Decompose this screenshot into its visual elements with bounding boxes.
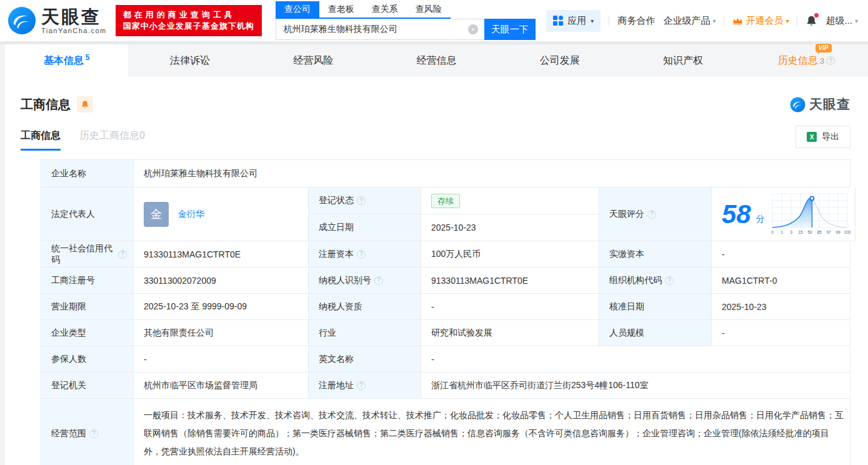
nav-divider — [797, 16, 797, 26]
tab-history-info[interactable]: VIP 历史信息 3 ? — [745, 44, 868, 77]
field-label-staff-size: 人员规模 — [599, 320, 712, 346]
tab-label: 公司发展 — [540, 54, 580, 68]
notification-bell-icon[interactable] — [806, 15, 817, 27]
field-value-business-term: 2025-10-23 至 9999-09-09 — [134, 294, 309, 320]
tab-label: 经营信息 — [416, 54, 456, 68]
help-icon[interactable]: ? — [357, 196, 366, 205]
tab-operating-info[interactable]: 经营信息 — [375, 44, 498, 77]
score-distribution-chart: 0 1 3 15 50 85 97 99 100 — [770, 192, 852, 236]
nav-super-vip[interactable]: 超级... ▾ — [826, 15, 858, 27]
chevron-down-icon: ▾ — [712, 18, 716, 24]
search-input[interactable] — [276, 19, 484, 40]
help-icon[interactable]: ? — [826, 56, 835, 65]
chevron-down-icon: ▾ — [591, 18, 594, 24]
field-label-registration-authority: 登记机关 — [41, 372, 134, 399]
field-label-company-type: 企业类型 — [41, 320, 134, 346]
field-label-org-code: 组织机构代码 ? — [599, 268, 712, 294]
field-label-taxpayer-id: 纳税人识别号 ? — [309, 268, 421, 294]
field-value-registration-status: 存续 — [421, 188, 599, 214]
nav-enterprise-products[interactable]: 企业级产品 ▾ — [663, 15, 716, 27]
table-row: 企业类型 其他有限责任公司 行业 研究和试验发展 人员规模 - — [41, 320, 851, 346]
promo-banner: 都在用的商业查询工具 国家中小企业发展子基金旗下机构 — [116, 5, 262, 36]
field-value-company-type: 其他有限责任公司 — [134, 320, 309, 346]
search-area: 查公司 查老板 查关系 查风险 × 天眼一下 — [276, 1, 536, 40]
tianyancha-watermark: 天眼查 — [790, 96, 851, 113]
svg-text:3: 3 — [790, 230, 792, 234]
subtab-history-business-info[interactable]: 历史工商信息0 — [79, 129, 145, 151]
tianyancha-logo[interactable]: 天眼查 TianYanCha.com — [7, 6, 107, 35]
field-value-company-name: 杭州珀莱雅生物科技有限公司 — [134, 160, 851, 188]
watermark-text: 天眼查 — [809, 96, 851, 113]
tab-legal-litigation[interactable]: 法律诉讼 — [128, 44, 251, 77]
apps-menu[interactable]: 应用 ▾ — [546, 10, 601, 32]
field-label-industry: 行业 — [309, 320, 421, 346]
table-row: 企业名称 杭州珀莱雅生物科技有限公司 — [41, 160, 851, 188]
field-value-english-name: - — [421, 346, 851, 372]
tab-label: 基本信息 — [44, 54, 84, 68]
field-label-tianyan-score: 天眼评分 ? — [599, 188, 712, 241]
subtab-row: 工商信息 历史工商信息0 X 导出 — [21, 126, 851, 151]
page-title: 工商信息 — [21, 96, 71, 113]
svg-text:100: 100 — [844, 230, 851, 234]
tab-count: 5 — [86, 53, 90, 62]
search-button[interactable]: 天眼一下 — [484, 19, 536, 40]
export-button[interactable]: X 导出 — [796, 126, 851, 148]
logo-swirl-icon — [790, 97, 806, 112]
help-icon[interactable]: ? — [89, 429, 98, 438]
field-label-business-term: 营业期限 — [41, 294, 134, 320]
open-vip-label: 开通会员 — [746, 15, 783, 27]
top-header: 天眼查 TianYanCha.com 都在用的商业查询工具 国家中小企业发展子基… — [0, 0, 868, 41]
nav-open-vip[interactable]: 开通会员 ▾ — [732, 15, 789, 27]
clear-search-icon[interactable]: × — [468, 24, 478, 34]
tab-label: 经营风险 — [293, 54, 333, 68]
field-value-registration-authority: 杭州市临平区市场监督管理局 — [134, 372, 309, 399]
apps-label: 应用 — [567, 15, 586, 27]
table-row: 统一社会信用代码 ? 91330113MAG1CTRT0E 注册资本 ? 100… — [41, 241, 851, 268]
svg-text:50: 50 — [807, 230, 812, 234]
table-row: 营业期限 2025-10-23 至 9999-09-09 纳税人资质 - 核准日… — [41, 294, 851, 320]
field-value-industry: 研究和试验发展 — [421, 320, 599, 346]
search-tab-boss[interactable]: 查老板 — [319, 1, 363, 18]
tab-label: 历史信息 — [778, 55, 818, 66]
svg-text:99: 99 — [836, 230, 841, 234]
subscribe-bell-button[interactable] — [77, 96, 93, 112]
super-vip-label: 超级... — [826, 15, 852, 27]
help-icon[interactable]: ? — [357, 250, 366, 259]
field-label-registration-status: 登记状态 ? — [309, 188, 421, 214]
nav-business-coop[interactable]: 商务合作 — [617, 15, 655, 27]
field-value-taxpayer-quality: - — [421, 294, 599, 320]
help-icon[interactable]: ? — [647, 210, 656, 219]
help-icon[interactable]: ? — [118, 250, 127, 259]
field-label-credit-code: 统一社会信用代码 ? — [41, 241, 134, 268]
svg-text:0: 0 — [771, 230, 774, 234]
tab-operating-risk[interactable]: 经营风险 — [252, 44, 375, 77]
tab-basic-info[interactable]: 基本信息 5 — [5, 44, 128, 77]
chevron-down-icon: ▾ — [855, 18, 858, 24]
business-info-table: 企业名称 杭州珀莱雅生物科技有限公司 法定代表人 金 金衍华 登记状态 ? 存续 — [41, 159, 851, 465]
field-value-insured-count: - — [134, 346, 309, 372]
tab-label: 知识产权 — [663, 54, 703, 68]
field-label-approval-date: 核准日期 — [599, 294, 712, 320]
help-icon[interactable]: ? — [665, 276, 674, 285]
search-type-tabs: 查公司 查老板 查关系 查风险 — [276, 1, 451, 19]
search-tab-company[interactable]: 查公司 — [276, 1, 319, 18]
field-label-establish-date: 成立日期 — [309, 214, 421, 241]
brand-name: 天眼查 — [41, 8, 107, 26]
help-icon[interactable]: ? — [374, 276, 383, 285]
help-icon[interactable]: ? — [357, 381, 366, 390]
tab-intellectual-property[interactable]: 知识产权 — [621, 44, 744, 77]
enterprise-products-label: 企业级产品 — [663, 15, 710, 27]
legal-representative-link[interactable]: 金衍华 — [178, 209, 204, 220]
section-tabs: 基本信息 5 法律诉讼 经营风险 经营信息 公司发展 知识产权 VIP 历史信息… — [5, 44, 868, 77]
export-label: 导出 — [822, 131, 839, 142]
search-tab-risk[interactable]: 查风险 — [407, 1, 451, 18]
tab-company-development[interactable]: 公司发展 — [498, 44, 621, 77]
search-tab-relation[interactable]: 查关系 — [363, 1, 407, 18]
tab-count: 3 — [820, 56, 824, 66]
nav-divider — [609, 16, 609, 26]
field-value-staff-size: - — [712, 320, 851, 346]
field-value-credit-code: 91330113MAG1CTRT0E — [134, 241, 309, 268]
score-value: 58 — [722, 201, 751, 228]
bell-icon — [81, 100, 89, 109]
subtab-business-info[interactable]: 工商信息 — [21, 129, 61, 151]
